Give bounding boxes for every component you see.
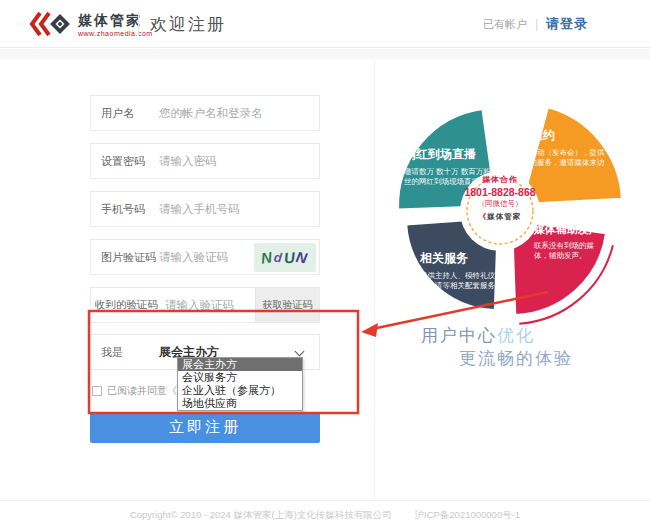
username-input[interactable]	[159, 107, 319, 119]
agreement-row: 已阅读并同意《	[92, 384, 177, 398]
phone-input[interactable]	[159, 203, 319, 215]
brand-logo[interactable]: 媒体管家 www.zhaomedia.com	[28, 8, 153, 40]
role-option-enterprise[interactable]: 企业入驻（参展方）	[178, 384, 302, 397]
brand-name: 媒体管家	[78, 12, 153, 30]
username-field[interactable]: 用户名	[90, 95, 320, 131]
footer-text: Copyright© 2010 - 2024 媒体管家(上海)文化传媒科技有限公…	[0, 509, 650, 520]
password-label: 设置密码	[91, 154, 159, 169]
login-link[interactable]: 请登录	[546, 15, 588, 33]
sms-code-field[interactable]: 收到的验证码 获取验证码	[90, 287, 320, 323]
register-button[interactable]: 立即注册	[90, 412, 320, 443]
chevron-down-icon	[295, 347, 305, 357]
role-label: 我是	[91, 345, 159, 360]
annotation-arrowhead	[361, 323, 378, 337]
captcha-field[interactable]: 图片验证码 NdUN	[90, 239, 320, 275]
password-input[interactable]	[159, 155, 319, 167]
captcha-image[interactable]: NdUN	[254, 243, 316, 272]
username-label: 用户名	[91, 106, 159, 121]
header-separator: |	[535, 17, 538, 31]
captcha-label: 图片验证码	[91, 250, 159, 265]
tagline-part-a: 用户中心	[421, 326, 497, 345]
captcha-char: N	[295, 248, 311, 267]
vertical-divider	[374, 60, 375, 500]
tagline-part-b: 优化	[497, 326, 535, 345]
role-option-venue-supplier[interactable]: 场地供应商	[178, 397, 302, 410]
sms-code-input[interactable]	[165, 299, 253, 311]
role-dropdown-list: 展会主办方 会议服务方 企业入驻（参展方） 场地供应商	[177, 357, 303, 411]
brand-text: 媒体管家 www.zhaomedia.com	[78, 12, 153, 37]
phone-field[interactable]: 手机号码	[90, 191, 320, 227]
page-title: 欢迎注册	[150, 13, 226, 36]
sms-code-label: 收到的验证码	[91, 298, 165, 312]
agreement-text: 已阅读并同意《	[107, 384, 177, 398]
logo-icon	[28, 8, 72, 40]
role-option-exhibition-host[interactable]: 展会主办方	[178, 358, 302, 371]
services-wheel-diagram	[390, 96, 640, 326]
footer-copyright: Copyright© 2010 - 2024 媒体管家(上海)文化传媒科技有限公…	[130, 509, 392, 520]
footer-icp: 沪ICP备2021000000号-1	[415, 509, 521, 520]
header-right: 已有帐户 | 请登录	[483, 15, 588, 33]
brand-url: www.zhaomedia.com	[78, 30, 153, 37]
registration-page: 媒体管家 www.zhaomedia.com 欢迎注册 已有帐户 | 请登录 用…	[0, 0, 650, 520]
role-option-conference-service[interactable]: 会议服务方	[178, 371, 302, 384]
header-strip	[0, 49, 650, 59]
agreement-checkbox[interactable]	[92, 386, 102, 396]
have-account-label: 已有帐户	[483, 17, 527, 32]
header: 媒体管家 www.zhaomedia.com 欢迎注册 已有帐户 | 请登录	[0, 0, 650, 48]
get-code-button[interactable]: 获取验证码	[255, 288, 319, 322]
password-field[interactable]: 设置密码	[90, 143, 320, 179]
tagline-line2: 更流畅的体验	[459, 347, 573, 370]
phone-label: 手机号码	[91, 202, 159, 217]
footer-divider	[0, 500, 650, 501]
tagline-line1: 用户中心优化	[421, 324, 535, 347]
header-divider	[138, 12, 139, 36]
